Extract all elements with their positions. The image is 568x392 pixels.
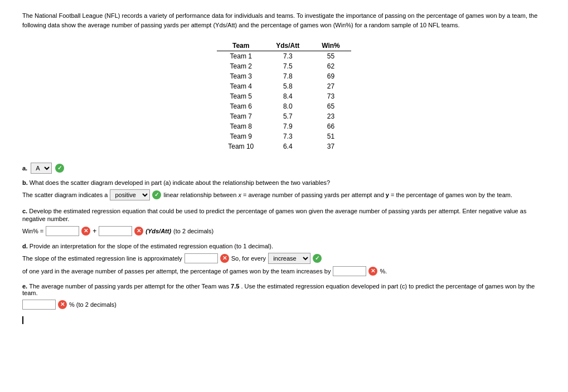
cell-9-2: 37 [310,141,351,151]
part-c-x-icon1: ✕ [81,227,90,236]
part-a-section: a. A B C D ✓ [22,163,546,174]
yds-att-label: (Yds/Att) [145,228,171,234]
part-d-dropdown[interactable]: increase decrease [268,253,310,264]
part-c-x-icon2: ✕ [134,227,143,236]
part-a-label: a. [22,165,27,171]
part-a-check-icon: ✓ [55,164,64,173]
part-e-note: % (to 2 decimals) [69,301,116,308]
part-b-dropdown[interactable]: positive negative no [110,189,150,200]
part-d-prefix: The slope of the estimated regression li… [22,255,182,262]
table-row: Team 87.966 [217,121,351,131]
intro-paragraph: The National Football League (NFL) recor… [22,11,546,30]
part-b-check-icon: ✓ [152,190,161,199]
col-header-yds: Yds/Att [265,41,310,51]
cell-7-2: 66 [310,121,351,131]
part-d-input2[interactable] [333,266,366,276]
part-d-section: d. Provide an interpretation for the slo… [22,243,546,276]
table-row: Team 45.827 [217,81,351,91]
part-e-x-icon: ✕ [58,300,67,309]
part-d-middle: So, for every [231,255,266,262]
cell-3-2: 27 [310,81,351,91]
part-c-input1[interactable] [46,226,79,236]
cell-9-0: Team 10 [217,141,265,151]
part-d-label: d. [22,243,30,249]
part-c-decimal-note: (to 2 decimals) [173,228,213,234]
data-table: Team Yds/Att Win% Team 17.355Team 27.562… [217,41,351,151]
cell-0-0: Team 1 [217,51,265,62]
part-b-prefix: The scatter diagram indicates a [22,192,108,198]
cell-0-2: 55 [310,51,351,62]
part-e-answer-row: ✕ % (to 2 decimals) [22,300,546,310]
cell-3-0: Team 4 [217,81,265,91]
table-row: Team 58.473 [217,91,351,101]
part-c-label: c. [22,208,29,214]
cell-9-1: 6.4 [265,141,310,151]
cell-4-0: Team 5 [217,91,265,101]
cell-2-1: 7.8 [265,71,310,81]
part-c-equation-row: Win% = ✕ + ✕ (Yds/Att) (to 2 decimals) [22,226,546,236]
col-header-win: Win% [310,41,351,51]
cell-1-2: 62 [310,61,351,71]
part-b-label: b. [22,179,30,186]
part-d-text: d. Provide an interpretation for the slo… [22,243,546,249]
win-percent-label: Win% = [22,228,43,234]
part-e-section: e. The average number of passing yards p… [22,283,546,310]
table-row: Team 106.437 [217,141,351,151]
part-d-x-icon2: ✕ [368,267,377,276]
cell-5-2: 65 [310,101,351,111]
part-e-bold-value: 7.5 [231,283,239,290]
table-row: Team 17.355 [217,51,351,62]
part-a-dropdown[interactable]: A B C D [31,163,52,174]
part-b-question: b. What does the scatter diagram develop… [22,179,546,186]
part-d-check-icon: ✓ [313,254,322,263]
part-c-section: c. Develop the estimated regression equa… [22,207,546,236]
cell-6-0: Team 7 [217,111,265,121]
table-row: Team 97.351 [217,131,351,141]
cell-1-1: 7.5 [265,61,310,71]
part-c-plus: + [93,227,96,235]
cell-3-1: 5.8 [265,81,310,91]
cell-4-1: 8.4 [265,91,310,101]
part-d-suffix: of one yard in the average number of pas… [22,268,331,275]
part-b-suffix: linear relationship between x = average … [163,192,512,198]
table-row: Team 75.723 [217,111,351,121]
part-b-answer-row: The scatter diagram indicates a positive… [22,189,546,200]
table-row: Team 68.065 [217,101,351,111]
col-header-team: Team [217,41,265,51]
cell-6-2: 23 [310,111,351,121]
cell-5-0: Team 6 [217,101,265,111]
part-d-x-icon1: ✕ [220,254,229,263]
part-d-answer-row: The slope of the estimated regression li… [22,253,546,276]
cell-7-0: Team 8 [217,121,265,131]
part-d-input1[interactable] [185,253,218,263]
table-row: Team 37.869 [217,71,351,81]
cell-8-0: Team 9 [217,131,265,141]
cell-5-1: 8.0 [265,101,310,111]
table-row: Team 27.562 [217,61,351,71]
part-e-label: e. [22,283,29,290]
part-b-section: b. What does the scatter diagram develop… [22,179,546,200]
cell-2-2: 69 [310,71,351,81]
cell-0-1: 7.3 [265,51,310,62]
cell-8-2: 51 [310,131,351,141]
cell-4-2: 73 [310,91,351,101]
part-c-input2[interactable] [99,226,132,236]
part-c-text: c. Develop the estimated regression equa… [22,208,526,222]
part-d-end: %. [380,268,387,275]
cursor-line [22,316,23,324]
cell-6-1: 5.7 [265,111,310,121]
data-table-container: Team Yds/Att Win% Team 17.355Team 27.562… [22,41,546,151]
cell-8-1: 7.3 [265,131,310,141]
part-e-text: e. The average number of passing yards p… [22,283,546,296]
cell-1-0: Team 2 [217,61,265,71]
cell-2-0: Team 3 [217,71,265,81]
cell-7-1: 7.9 [265,121,310,131]
part-e-input[interactable] [22,300,56,310]
